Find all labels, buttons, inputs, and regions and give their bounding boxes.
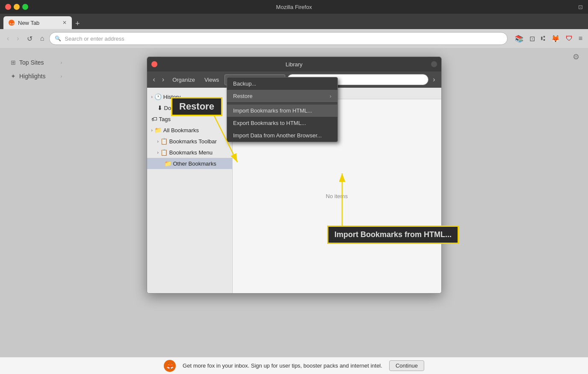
tree-other-bookmarks[interactable]: 📁 Other Bookmarks <box>147 158 232 169</box>
annotation-import-box: Import Bookmarks from HTML... <box>327 226 459 244</box>
organize-btn[interactable]: Organize <box>168 74 199 85</box>
titlebar-maximize-btn[interactable]: □ <box>22 4 28 10</box>
search-icon: 🔍 <box>55 36 61 42</box>
annotation-restore-label: Restore <box>179 101 214 112</box>
restore-label: Restore <box>233 93 253 99</box>
dropdown-import-html[interactable]: Import Bookmarks from HTML... <box>227 104 337 117</box>
bookmarks-icon[interactable]: 📚 <box>514 33 525 44</box>
dropdown-import-browser[interactable]: Import Data from Another Browser... <box>227 129 337 142</box>
bookmarks-toolbar-arrow: › <box>157 139 159 144</box>
dropdown-export-html[interactable]: Export Bookmarks to HTML... <box>227 117 337 129</box>
history-icon: 🕐 <box>154 93 162 100</box>
titlebar-controls: × − □ <box>5 4 28 10</box>
modal-back-btn[interactable]: ‹ <box>151 75 158 84</box>
empty-message: No items <box>326 193 348 199</box>
dropdown-backup[interactable]: Backup... <box>227 77 337 90</box>
content-area: ⚙ ⊞ Top Sites › ✦ Highlights › Library ‹… <box>0 48 588 357</box>
other-bookmarks-label: Other Bookmarks <box>173 160 216 167</box>
import-html-label: Import Bookmarks from HTML... <box>233 107 312 114</box>
restore-arrow: › <box>330 93 331 99</box>
notification-icon: 🦊 <box>164 360 176 372</box>
notification-bar: 🦊 Get more fox in your inbox. Sign up fo… <box>0 357 588 374</box>
import-backup-dropdown: Backup... Restore › Import Bookmarks fro… <box>227 77 338 142</box>
titlebar-right-controls: ⊡ <box>578 4 583 10</box>
tree-bookmarks-menu[interactable]: › 📋 Bookmarks Menu <box>147 147 232 158</box>
modal-maximize-btn[interactable] <box>431 61 437 67</box>
titlebar-title: Mozilla Firefox <box>276 4 312 10</box>
views-btn[interactable]: Views <box>201 74 223 85</box>
tags-label: Tags <box>159 116 171 122</box>
modal-sidebar: › 🕐 History ⬇ Downloads 🏷 Tags › 📁 <box>147 88 233 293</box>
titlebar-close-btn[interactable]: × <box>5 4 11 10</box>
bookmarks-toolbar-label: Bookmarks Toolbar <box>169 138 217 145</box>
ublock-icon[interactable]: 🛡 <box>564 33 574 44</box>
reload-button[interactable]: ↺ <box>24 33 35 45</box>
tab-close-btn[interactable]: ✕ <box>62 20 67 26</box>
menu-button[interactable]: ≡ <box>577 33 584 44</box>
import-browser-label: Import Data from Another Browser... <box>233 132 322 139</box>
other-bookmarks-icon: 📁 <box>164 160 171 167</box>
back-button[interactable]: ‹ <box>4 33 12 44</box>
tags-icon: 🏷 <box>151 116 157 122</box>
tree-all-bookmarks[interactable]: › 📁 All Bookmarks <box>147 125 232 136</box>
navbar: ‹ › ↺ ⌂ 🔍 Search or enter address 📚 ⊡ ⑆ … <box>0 29 588 48</box>
all-bookmarks-arrow: › <box>151 128 153 133</box>
active-tab[interactable]: 🦊 New Tab ✕ <box>3 16 72 29</box>
annotation-restore-box: Restore <box>171 97 222 116</box>
backup-label: Backup... <box>233 80 256 87</box>
continue-button[interactable]: Continue <box>389 360 424 371</box>
address-bar-placeholder: Search or enter address <box>65 36 124 42</box>
bookmarks-menu-arrow: › <box>157 150 159 155</box>
toolbar-icons: 📚 ⊡ ⑆ 🦊 🛡 ≡ <box>514 33 584 44</box>
all-bookmarks-label: All Bookmarks <box>163 127 199 134</box>
tab-favicon: 🦊 <box>9 20 15 26</box>
modal-close-btn[interactable] <box>151 61 157 67</box>
address-bar[interactable]: 🔍 Search or enter address <box>49 32 507 45</box>
pocket-icon[interactable]: ⑆ <box>540 33 547 44</box>
modal-nav-right-btn[interactable]: › <box>430 75 437 84</box>
titlebar: × − □ Mozilla Firefox ⊡ <box>0 0 588 14</box>
tabbar: 🦊 New Tab ✕ + <box>0 14 588 29</box>
history-arrow: › <box>151 95 153 99</box>
annotation-import-label: Import Bookmarks from HTML... <box>334 230 452 239</box>
tab-label: New Tab <box>18 20 39 26</box>
synced-tabs-icon[interactable]: ⊡ <box>528 33 536 44</box>
firefox-account-icon[interactable]: 🦊 <box>550 33 561 44</box>
export-html-label: Export Bookmarks to HTML... <box>233 120 306 126</box>
modal-title: Library <box>286 61 303 68</box>
bookmarks-toolbar-icon: 📋 <box>160 138 168 145</box>
modal-titlebar: Library <box>147 57 441 71</box>
home-button[interactable]: ⌂ <box>38 33 47 44</box>
titlebar-minimize-btn[interactable]: − <box>14 4 20 10</box>
bookmarks-menu-label: Bookmarks Menu <box>169 149 213 156</box>
notification-message: Get more fox in your inbox. Sign up for … <box>183 362 382 369</box>
dropdown-restore[interactable]: Restore › <box>227 90 337 102</box>
all-bookmarks-icon: 📁 <box>154 127 162 134</box>
dropdown-separator <box>227 103 337 104</box>
modal-forward-btn[interactable]: › <box>160 75 167 84</box>
new-tab-button[interactable]: + <box>72 19 83 28</box>
forward-button[interactable]: › <box>14 33 21 44</box>
tree-bookmarks-toolbar[interactable]: › 📋 Bookmarks Toolbar <box>147 136 232 147</box>
bookmarks-menu-icon: 📋 <box>160 149 168 156</box>
downloads-icon: ⬇ <box>157 104 163 111</box>
